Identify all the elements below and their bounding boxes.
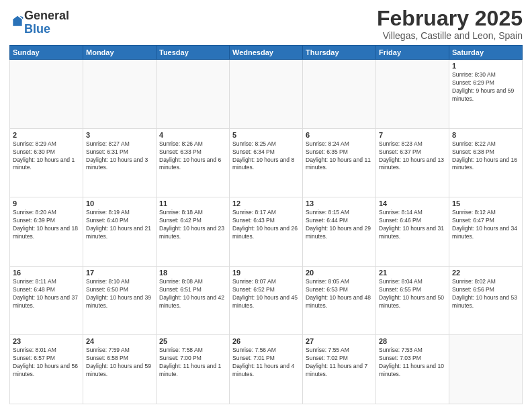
day-info: Sunrise: 8:07 AM Sunset: 6:52 PM Dayligh… <box>232 278 300 310</box>
col-sunday: Sunday <box>10 46 83 60</box>
table-row: 8Sunrise: 8:22 AM Sunset: 6:38 PM Daylig… <box>449 128 523 197</box>
day-info: Sunrise: 8:02 AM Sunset: 6:56 PM Dayligh… <box>452 278 519 310</box>
table-row: 28Sunrise: 7:53 AM Sunset: 7:03 PM Dayli… <box>376 335 449 404</box>
table-row: 26Sunrise: 7:56 AM Sunset: 7:01 PM Dayli… <box>230 335 303 404</box>
day-number: 11 <box>159 199 226 208</box>
logo: General Blue <box>9 9 69 36</box>
table-row: 4Sunrise: 8:26 AM Sunset: 6:33 PM Daylig… <box>157 128 230 197</box>
day-info: Sunrise: 8:22 AM Sunset: 6:38 PM Dayligh… <box>452 140 519 173</box>
table-row: 12Sunrise: 8:17 AM Sunset: 6:43 PM Dayli… <box>230 197 303 267</box>
day-number: 15 <box>452 199 519 208</box>
day-number: 22 <box>452 269 519 277</box>
day-number: 24 <box>86 337 153 345</box>
day-info: Sunrise: 8:10 AM Sunset: 6:50 PM Dayligh… <box>86 278 153 310</box>
day-info: Sunrise: 8:25 AM Sunset: 6:34 PM Dayligh… <box>232 140 300 173</box>
day-number: 21 <box>379 269 446 277</box>
day-number: 9 <box>13 199 80 208</box>
day-number: 23 <box>13 337 80 345</box>
day-info: Sunrise: 8:01 AM Sunset: 6:57 PM Dayligh… <box>13 347 80 379</box>
day-number: 12 <box>232 199 300 208</box>
table-row: 21Sunrise: 8:04 AM Sunset: 6:55 PM Dayli… <box>376 266 449 335</box>
day-info: Sunrise: 8:20 AM Sunset: 6:39 PM Dayligh… <box>13 209 80 241</box>
page: General Blue February 2025 Villegas, Cas… <box>0 0 532 411</box>
table-row: 5Sunrise: 8:25 AM Sunset: 6:34 PM Daylig… <box>230 128 303 197</box>
day-info: Sunrise: 8:15 AM Sunset: 6:44 PM Dayligh… <box>306 209 373 241</box>
day-number: 20 <box>306 269 373 277</box>
day-number: 7 <box>379 131 446 139</box>
day-info: Sunrise: 7:55 AM Sunset: 7:02 PM Dayligh… <box>306 347 373 379</box>
table-row: 23Sunrise: 8:01 AM Sunset: 6:57 PM Dayli… <box>10 335 83 404</box>
day-number: 28 <box>379 337 446 345</box>
day-number: 4 <box>159 131 226 139</box>
day-info: Sunrise: 8:12 AM Sunset: 6:47 PM Dayligh… <box>452 209 519 241</box>
table-row: 1Sunrise: 8:30 AM Sunset: 6:29 PM Daylig… <box>449 60 523 129</box>
table-row <box>303 60 376 129</box>
day-info: Sunrise: 8:30 AM Sunset: 6:29 PM Dayligh… <box>452 71 519 103</box>
table-row: 15Sunrise: 8:12 AM Sunset: 6:47 PM Dayli… <box>449 197 523 267</box>
table-row <box>157 60 230 129</box>
day-info: Sunrise: 8:04 AM Sunset: 6:55 PM Dayligh… <box>379 278 446 310</box>
table-row: 11Sunrise: 8:18 AM Sunset: 6:42 PM Dayli… <box>157 197 230 267</box>
day-number: 17 <box>86 269 153 277</box>
day-number: 1 <box>452 62 519 70</box>
month-title: February 2025 <box>377 7 523 30</box>
day-number: 18 <box>159 269 226 277</box>
day-number: 3 <box>86 131 153 139</box>
table-row <box>83 60 157 129</box>
day-info: Sunrise: 8:11 AM Sunset: 6:48 PM Dayligh… <box>13 278 80 310</box>
day-info: Sunrise: 8:08 AM Sunset: 6:51 PM Dayligh… <box>159 278 226 310</box>
table-row: 9Sunrise: 8:20 AM Sunset: 6:39 PM Daylig… <box>10 197 83 267</box>
calendar-week-row: 23Sunrise: 8:01 AM Sunset: 6:57 PM Dayli… <box>10 335 523 404</box>
table-row: 10Sunrise: 8:19 AM Sunset: 6:40 PM Dayli… <box>83 197 157 267</box>
day-info: Sunrise: 8:24 AM Sunset: 6:35 PM Dayligh… <box>306 140 373 173</box>
table-row: 3Sunrise: 8:27 AM Sunset: 6:31 PM Daylig… <box>83 128 157 197</box>
logo-icon <box>11 15 24 28</box>
day-info: Sunrise: 8:23 AM Sunset: 6:37 PM Dayligh… <box>379 140 446 173</box>
table-row: 18Sunrise: 8:08 AM Sunset: 6:51 PM Dayli… <box>157 266 230 335</box>
table-row: 19Sunrise: 8:07 AM Sunset: 6:52 PM Dayli… <box>230 266 303 335</box>
day-info: Sunrise: 8:27 AM Sunset: 6:31 PM Dayligh… <box>86 140 153 173</box>
header: General Blue February 2025 Villegas, Cas… <box>9 7 523 41</box>
table-row: 13Sunrise: 8:15 AM Sunset: 6:44 PM Dayli… <box>303 197 376 267</box>
day-number: 26 <box>232 337 300 345</box>
table-row: 24Sunrise: 7:59 AM Sunset: 6:58 PM Dayli… <box>83 335 157 404</box>
calendar-week-row: 9Sunrise: 8:20 AM Sunset: 6:39 PM Daylig… <box>10 197 523 267</box>
table-row <box>449 335 523 404</box>
logo-blue-text: Blue <box>24 22 50 36</box>
table-row: 2Sunrise: 8:29 AM Sunset: 6:30 PM Daylig… <box>10 128 83 197</box>
logo-general-text: General <box>24 9 69 22</box>
calendar-week-row: 1Sunrise: 8:30 AM Sunset: 6:29 PM Daylig… <box>10 60 523 129</box>
calendar-table: Sunday Monday Tuesday Wednesday Thursday… <box>9 45 523 404</box>
table-row: 27Sunrise: 7:55 AM Sunset: 7:02 PM Dayli… <box>303 335 376 404</box>
table-row: 7Sunrise: 8:23 AM Sunset: 6:37 PM Daylig… <box>376 128 449 197</box>
table-row: 25Sunrise: 7:58 AM Sunset: 7:00 PM Dayli… <box>157 335 230 404</box>
table-row <box>10 60 83 129</box>
day-info: Sunrise: 8:14 AM Sunset: 6:46 PM Dayligh… <box>379 209 446 241</box>
col-friday: Friday <box>376 46 449 60</box>
day-info: Sunrise: 7:58 AM Sunset: 7:00 PM Dayligh… <box>159 347 226 379</box>
day-number: 25 <box>159 337 226 345</box>
location-subtitle: Villegas, Castille and Leon, Spain <box>377 30 523 41</box>
day-info: Sunrise: 8:17 AM Sunset: 6:43 PM Dayligh… <box>232 209 300 241</box>
day-info: Sunrise: 8:19 AM Sunset: 6:40 PM Dayligh… <box>86 209 153 241</box>
calendar-header-row: Sunday Monday Tuesday Wednesday Thursday… <box>10 46 523 60</box>
table-row: 22Sunrise: 8:02 AM Sunset: 6:56 PM Dayli… <box>449 266 523 335</box>
col-wednesday: Wednesday <box>230 46 303 60</box>
day-info: Sunrise: 7:53 AM Sunset: 7:03 PM Dayligh… <box>379 347 446 379</box>
day-number: 19 <box>232 269 300 277</box>
day-number: 2 <box>13 131 80 139</box>
day-info: Sunrise: 8:26 AM Sunset: 6:33 PM Dayligh… <box>159 140 226 173</box>
table-row: 20Sunrise: 8:05 AM Sunset: 6:53 PM Dayli… <box>303 266 376 335</box>
day-info: Sunrise: 8:05 AM Sunset: 6:53 PM Dayligh… <box>306 278 373 310</box>
day-number: 13 <box>306 199 373 208</box>
table-row: 17Sunrise: 8:10 AM Sunset: 6:50 PM Dayli… <box>83 266 157 335</box>
col-monday: Monday <box>83 46 157 60</box>
title-block: February 2025 Villegas, Castille and Leo… <box>377 7 523 41</box>
day-info: Sunrise: 7:56 AM Sunset: 7:01 PM Dayligh… <box>232 347 300 379</box>
day-info: Sunrise: 8:29 AM Sunset: 6:30 PM Dayligh… <box>13 140 80 173</box>
table-row: 6Sunrise: 8:24 AM Sunset: 6:35 PM Daylig… <box>303 128 376 197</box>
day-info: Sunrise: 8:18 AM Sunset: 6:42 PM Dayligh… <box>159 209 226 241</box>
col-tuesday: Tuesday <box>157 46 230 60</box>
day-number: 14 <box>379 199 446 208</box>
table-row: 16Sunrise: 8:11 AM Sunset: 6:48 PM Dayli… <box>10 266 83 335</box>
